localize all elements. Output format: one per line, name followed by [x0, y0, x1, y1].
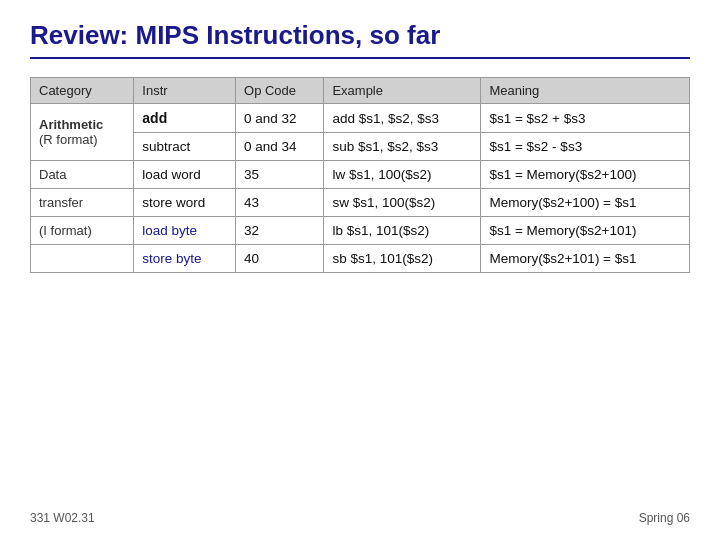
- instr-sw: store word: [134, 189, 236, 217]
- instr-subtract: subtract: [134, 133, 236, 161]
- opcode-add: 0 and 32: [236, 104, 324, 133]
- example-sb: sb $s1, 101($s2): [324, 245, 481, 273]
- instr-lb: load byte: [134, 217, 236, 245]
- example-lw: lw $s1, 100($s2): [324, 161, 481, 189]
- rformat-label: (R format): [39, 132, 98, 147]
- arithmetic-label: Arithmetic: [39, 117, 103, 132]
- page-title: Review: MIPS Instructions, so far: [30, 20, 690, 59]
- meaning-subtract: $s1 = $s2 - $s3: [481, 133, 690, 161]
- meaning-lb: $s1 = Memory($s2+101): [481, 217, 690, 245]
- category-arithmetic: Arithmetic (R format): [31, 104, 134, 161]
- example-add: add $s1, $s2, $s3: [324, 104, 481, 133]
- instr-lw: load word: [134, 161, 236, 189]
- table-row: Data load word 35 lw $s1, 100($s2) $s1 =…: [31, 161, 690, 189]
- page: Review: MIPS Instructions, so far Catego…: [0, 0, 720, 540]
- col-header-meaning: Meaning: [481, 78, 690, 104]
- table-row: store byte 40 sb $s1, 101($s2) Memory($s…: [31, 245, 690, 273]
- example-lb: lb $s1, 101($s2): [324, 217, 481, 245]
- category-empty: [31, 245, 134, 273]
- col-header-opcode: Op Code: [236, 78, 324, 104]
- meaning-sw: Memory($s2+100) = $s1: [481, 189, 690, 217]
- instructions-table: Category Instr Op Code Example Meaning A…: [30, 77, 690, 273]
- instr-add: add: [134, 104, 236, 133]
- opcode-subtract: 0 and 34: [236, 133, 324, 161]
- opcode-sw: 43: [236, 189, 324, 217]
- table-header-row: Category Instr Op Code Example Meaning: [31, 78, 690, 104]
- meaning-add: $s1 = $s2 + $s3: [481, 104, 690, 133]
- footer-right: Spring 06: [639, 511, 690, 525]
- opcode-lb: 32: [236, 217, 324, 245]
- col-header-example: Example: [324, 78, 481, 104]
- example-sw: sw $s1, 100($s2): [324, 189, 481, 217]
- opcode-sb: 40: [236, 245, 324, 273]
- meaning-lw: $s1 = Memory($s2+100): [481, 161, 690, 189]
- title-section: Review: MIPS Instructions, so far: [30, 20, 690, 59]
- example-subtract: sub $s1, $s2, $s3: [324, 133, 481, 161]
- table-row: (I format) load byte 32 lb $s1, 101($s2)…: [31, 217, 690, 245]
- col-header-instr: Instr: [134, 78, 236, 104]
- table-container: Category Instr Op Code Example Meaning A…: [30, 77, 690, 273]
- col-header-category: Category: [31, 78, 134, 104]
- opcode-lw: 35: [236, 161, 324, 189]
- footer-left: 331 W02.31: [30, 511, 95, 525]
- category-transfer: transfer: [31, 189, 134, 217]
- instr-sb: store byte: [134, 245, 236, 273]
- meaning-sb: Memory($s2+101) = $s1: [481, 245, 690, 273]
- category-data: Data: [31, 161, 134, 189]
- category-iformat: (I format): [31, 217, 134, 245]
- table-row: Arithmetic (R format) add 0 and 32 add $…: [31, 104, 690, 133]
- table-row: transfer store word 43 sw $s1, 100($s2) …: [31, 189, 690, 217]
- footer: 331 W02.31 Spring 06: [30, 511, 690, 525]
